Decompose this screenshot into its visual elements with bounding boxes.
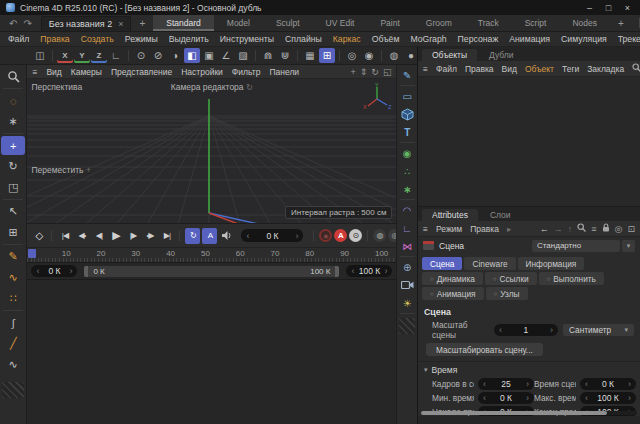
polygons-mode-icon[interactable]: ◑ bbox=[167, 48, 183, 63]
attr-target-icon[interactable]: ◎ bbox=[615, 224, 623, 234]
tweak-tool-icon[interactable]: ∗ bbox=[1, 112, 25, 131]
rotate-view-icon[interactable]: ↻ bbox=[371, 67, 379, 77]
layout-tab-track[interactable]: Track bbox=[465, 15, 512, 31]
attr-forward-icon[interactable]: → bbox=[554, 224, 563, 234]
prev-frame-icon[interactable]: ◀| bbox=[91, 228, 106, 244]
lock-z-icon[interactable]: Z bbox=[91, 48, 107, 63]
scale-value[interactable]: 1 bbox=[524, 325, 529, 335]
attr-tab-scene[interactable]: Сцена bbox=[422, 257, 462, 270]
free-selection-icon[interactable]: ◌ bbox=[1, 91, 25, 110]
tab-attributes[interactable]: Attributes bbox=[422, 209, 478, 221]
om-menu-tags[interactable]: Теги bbox=[562, 64, 579, 74]
tab-layers[interactable]: Слои bbox=[480, 209, 521, 221]
layout-tab-script[interactable]: Script bbox=[512, 15, 560, 31]
unit-dropdown[interactable]: Сантиметр ▾ bbox=[563, 324, 634, 336]
layout-tab-groom[interactable]: Groom bbox=[413, 15, 465, 31]
bend-deformer-icon[interactable]: ◠ bbox=[399, 202, 416, 218]
cube-primitive-icon[interactable] bbox=[399, 106, 416, 122]
max-time-spinner[interactable]: ‹100 К› bbox=[580, 392, 636, 404]
attr-tab-nodes[interactable]: ○Узлы bbox=[486, 287, 528, 300]
interactive-render-icon[interactable]: ● bbox=[403, 48, 417, 63]
next-key-icon[interactable]: •▶ bbox=[142, 228, 157, 244]
decrement-arrow[interactable]: ‹ bbox=[351, 266, 354, 276]
menu-tools[interactable]: Инструменты bbox=[220, 34, 274, 44]
layout-tab-nodes[interactable]: Nodes bbox=[559, 15, 610, 31]
menu-select[interactable]: Выделить bbox=[169, 34, 209, 44]
generator-icon[interactable]: ∗ bbox=[399, 181, 416, 197]
layout-tab-paint[interactable]: Paint bbox=[367, 15, 412, 31]
live-selection-icon[interactable] bbox=[1, 67, 25, 86]
move-tool-icon[interactable]: + bbox=[1, 136, 25, 155]
maximize-button[interactable]: □ bbox=[600, 1, 617, 14]
rotate-tool-icon[interactable]: ↻ bbox=[1, 157, 25, 176]
viewport-hamburger-icon[interactable]: ≡ bbox=[32, 67, 37, 77]
menu-file[interactable]: Файл bbox=[8, 34, 29, 44]
menu-splines[interactable]: Сплайны bbox=[285, 34, 322, 44]
om-menu-edit[interactable]: Правка bbox=[465, 64, 494, 74]
viewport-menu-display[interactable]: Представление bbox=[111, 67, 172, 77]
viewport-menu-panel[interactable]: Панели bbox=[269, 67, 299, 77]
add-layout-button[interactable]: + bbox=[618, 18, 624, 29]
menu-modes[interactable]: Режимы bbox=[125, 34, 158, 44]
next-frame-icon[interactable]: |▶ bbox=[125, 228, 140, 244]
tab-takes[interactable]: Дубли bbox=[479, 49, 523, 61]
object-tree[interactable] bbox=[418, 77, 640, 207]
keyframe-icon[interactable]: ◇ bbox=[31, 228, 46, 244]
document-tab[interactable]: Без названия 2 × bbox=[41, 16, 132, 31]
attr-tab-cineware[interactable]: Cineware bbox=[464, 257, 515, 270]
sketch-tool-icon[interactable]: ∿ bbox=[1, 355, 25, 374]
viewport-menu-view[interactable]: Вид bbox=[46, 67, 61, 77]
preset-dropdown-arrow-icon[interactable]: ▾ bbox=[622, 240, 635, 252]
range-end-value[interactable]: 100 К bbox=[359, 266, 381, 276]
timeline-ruler[interactable]: 0 10 20 30 40 50 60 70 80 90 100 bbox=[27, 247, 396, 262]
viewport-canvas[interactable]: Перспектива Камера редактора ↻ Перемести… bbox=[27, 79, 396, 223]
time-section-header[interactable]: ▾ Время bbox=[418, 361, 640, 377]
record-keyframe-icon[interactable]: ◉ bbox=[319, 229, 332, 242]
camera-label[interactable]: Камера редактора ↻ bbox=[27, 82, 396, 92]
om-menu-view[interactable]: Вид bbox=[502, 64, 517, 74]
preset-dropdown[interactable]: Стандартно bbox=[532, 240, 620, 252]
spline-sketch-icon[interactable]: ∿ bbox=[1, 268, 25, 287]
close-button[interactable]: × bbox=[619, 1, 636, 14]
om-hamburger-icon[interactable]: ≡ bbox=[423, 64, 428, 74]
scene-time-spinner[interactable]: ‹0 К› bbox=[580, 378, 636, 390]
lock-y-icon[interactable]: Y bbox=[74, 48, 90, 63]
render-region-icon[interactable]: ◍ bbox=[386, 48, 402, 63]
layout-tab-sculpt[interactable]: Sculpt bbox=[263, 15, 313, 31]
key-interpolation-icon[interactable]: ◎ bbox=[388, 229, 396, 242]
tab-objects[interactable]: Объекты bbox=[422, 49, 477, 61]
layout-tab-uvedit[interactable]: UV Edit bbox=[313, 15, 368, 31]
attr-popout-icon[interactable]: ⊡ bbox=[627, 224, 635, 234]
attr-tab-references[interactable]: ○Ссылки bbox=[485, 272, 537, 285]
key-options-icon[interactable]: ◍ bbox=[373, 229, 386, 242]
zoom-view-icon[interactable]: ⇕ bbox=[360, 67, 368, 77]
motext-icon[interactable]: T bbox=[399, 124, 416, 140]
attr-lock-icon[interactable] bbox=[602, 223, 610, 234]
sky-object-icon[interactable]: ⊕ bbox=[399, 259, 416, 275]
attr-tab-dynamics[interactable]: ○Динамика bbox=[422, 272, 483, 285]
camera-object-icon[interactable] bbox=[399, 277, 416, 293]
attr-tab-animation[interactable]: ○Анимация bbox=[422, 287, 484, 300]
toggle-view-icon[interactable]: ◱ bbox=[383, 67, 392, 77]
object-mode-icon[interactable]: ▣ bbox=[201, 48, 217, 63]
attr-hamburger-icon[interactable]: ≡ bbox=[423, 224, 428, 234]
attr-menu-mode[interactable]: Режим bbox=[436, 224, 462, 234]
symmetry-icon[interactable]: ⋈ bbox=[399, 238, 416, 254]
layout-tab-standard[interactable]: Standard bbox=[153, 15, 214, 31]
range-start-spinner[interactable]: ‹ 0 К › bbox=[31, 265, 77, 277]
menu-simulate[interactable]: Симуляция bbox=[561, 34, 607, 44]
model-mode-icon[interactable]: ◧ bbox=[184, 48, 200, 63]
attr-tab-info[interactable]: Информация bbox=[518, 257, 585, 270]
om-menu-bookmark[interactable]: Закладка bbox=[587, 64, 624, 74]
spline-pen-object-icon[interactable]: ✎ bbox=[399, 67, 416, 83]
range-end-spinner[interactable]: ‹ 100 К › bbox=[346, 265, 392, 277]
axis-mode-icon[interactable]: ∠ bbox=[218, 48, 234, 63]
current-frame-marker[interactable] bbox=[28, 249, 36, 258]
lock-x-icon[interactable]: X bbox=[57, 48, 73, 63]
om-menu-object[interactable]: Объект bbox=[525, 64, 554, 74]
attr-tab-todo[interactable]: ○Выполнить bbox=[539, 272, 604, 285]
attr-search-icon[interactable] bbox=[577, 223, 586, 234]
menu-volume[interactable]: Объём bbox=[372, 34, 400, 44]
current-frame-spinner[interactable]: ‹ 0 К › bbox=[241, 229, 303, 242]
axis-gizmo[interactable]: Y X Z bbox=[362, 82, 392, 110]
